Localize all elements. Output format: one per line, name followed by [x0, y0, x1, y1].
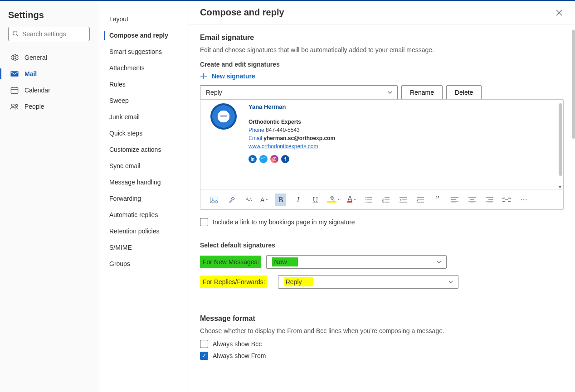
svg-point-0 [13, 31, 17, 35]
replies-forwards-select[interactable]: Reply [278, 275, 458, 289]
twitter-icon[interactable] [259, 155, 268, 163]
subnav-attach[interactable]: Attachments [98, 60, 189, 76]
mail-submenu: LayoutCompose and replySmart suggestions… [98, 1, 189, 392]
subnav-fwd[interactable]: Forwarding [98, 190, 189, 207]
new-messages-select[interactable]: New [266, 255, 447, 269]
outdent-icon[interactable] [398, 194, 409, 206]
subnav-layout[interactable]: Layout [98, 11, 189, 27]
plus-icon [200, 73, 207, 80]
chevron-down-icon [448, 279, 453, 285]
subnav-msgh[interactable]: Message handling [98, 174, 189, 190]
italic-button[interactable]: I [292, 194, 303, 206]
search-icon [12, 30, 19, 37]
align-right-icon[interactable] [484, 194, 495, 206]
signature-editor: Yana Herman Orthodontic Experts Phone 84… [200, 99, 564, 210]
bold-button[interactable]: B [275, 194, 286, 206]
for-new-label: For New Messages: [200, 256, 261, 268]
svg-line-1 [17, 35, 19, 37]
always-show-bcc-label: Always show Bcc [213, 340, 262, 348]
subnav-quick[interactable]: Quick steps [98, 125, 189, 141]
search-input[interactable] [8, 27, 90, 41]
facebook-icon[interactable]: f [281, 155, 289, 163]
create-edit-label: Create and edit signatures [200, 61, 564, 68]
people-icon [10, 103, 19, 110]
svg-point-14 [273, 158, 275, 160]
subnav-junk[interactable]: Junk email [98, 109, 189, 125]
svg-text:3: 3 [382, 201, 384, 203]
svg-point-19 [365, 197, 366, 198]
svg-point-15 [275, 158, 276, 158]
page-title: Compose and reply [200, 7, 284, 18]
subnav-ret[interactable]: Retention policies [98, 223, 189, 239]
subnav-smart[interactable]: Smart suggestions [98, 44, 189, 60]
close-icon[interactable] [554, 8, 564, 18]
delete-button[interactable]: Delete [446, 85, 482, 100]
highlight-button[interactable]: ✎ [327, 194, 341, 206]
linkedin-icon[interactable]: in [249, 155, 257, 163]
scroll-down-icon[interactable]: ▼ [558, 184, 562, 189]
gear-icon [10, 53, 19, 62]
subnav-groups[interactable]: Groups [98, 256, 189, 272]
signature-social-icons: in f [249, 155, 348, 163]
mail-icon [10, 71, 19, 77]
svg-rect-18 [231, 197, 234, 200]
calendar-icon [10, 86, 19, 94]
email-signature-heading: Email signature [200, 34, 564, 42]
subnav-compose[interactable]: Compose and reply [98, 27, 189, 44]
format-painter-icon[interactable] [226, 194, 237, 206]
svg-point-21 [365, 199, 366, 200]
signature-name: Yana Herman [249, 103, 348, 110]
new-messages-value: New [272, 257, 297, 266]
new-signature-button[interactable]: New signature [200, 73, 255, 80]
nav-general[interactable]: General [0, 49, 98, 66]
settings-content: Compose and reply Email signature Edit a… [189, 1, 575, 392]
svg-point-23 [365, 202, 366, 203]
more-options-icon[interactable]: ⋯ [518, 194, 529, 206]
nav-mail[interactable]: Mail [0, 66, 98, 82]
subnav-custom[interactable]: Customize actions [98, 141, 189, 158]
align-left-icon[interactable] [449, 194, 460, 206]
bulleted-list-icon[interactable] [363, 194, 374, 206]
font-family-icon[interactable]: AA [243, 194, 254, 206]
rename-button[interactable]: Rename [401, 85, 443, 100]
subnav-sync[interactable]: Sync email [98, 158, 189, 174]
subnav-smime[interactable]: S/MIME [98, 239, 189, 256]
always-show-from-checkbox[interactable]: ✓ [200, 352, 208, 360]
indent-icon[interactable] [415, 194, 426, 206]
editor-scrollbar[interactable] [559, 103, 562, 176]
for-replies-label: For Replies/Forwards: [200, 276, 267, 288]
email-signature-desc: Edit and choose signatures that will be … [200, 46, 564, 53]
message-format-heading: Message format [200, 315, 564, 323]
signature-url[interactable]: www.orthodonticexperts.com [249, 143, 318, 150]
nav-people[interactable]: People [0, 98, 98, 115]
signature-select[interactable]: Reply [200, 85, 398, 100]
bookings-checkbox[interactable] [200, 218, 208, 226]
svg-rect-2 [10, 71, 18, 77]
signature-editor-body[interactable]: Yana Herman Orthodontic Experts Phone 84… [200, 100, 563, 189]
signature-company: Orthodontic Experts [249, 119, 301, 125]
font-color-button[interactable]: A [347, 194, 357, 206]
chevron-down-icon [387, 90, 393, 95]
editor-toolbar: AA A B I U ✎ A 123 ” ⋯ [200, 189, 563, 209]
instagram-icon[interactable] [270, 155, 278, 163]
numbered-list-icon[interactable]: 123 [380, 194, 391, 206]
content-scrollbar[interactable] [572, 30, 575, 139]
insert-link-icon[interactable] [501, 194, 512, 206]
defaults-heading: Select default signatures [200, 242, 564, 249]
message-format-desc: Choose whether to display the From and B… [200, 327, 564, 334]
signature-logo [210, 103, 237, 130]
underline-button[interactable]: U [310, 194, 321, 206]
font-size-icon[interactable]: A [260, 194, 269, 206]
subnav-auto[interactable]: Automatic replies [98, 207, 189, 223]
subnav-rules[interactable]: Rules [98, 76, 189, 92]
align-center-icon[interactable] [467, 194, 478, 206]
nav-calendar[interactable]: Calendar [0, 82, 98, 98]
settings-title: Settings [0, 7, 98, 27]
signature-select-value: Reply [206, 89, 222, 96]
chevron-down-icon [436, 259, 442, 265]
settings-search [8, 27, 90, 41]
always-show-bcc-checkbox[interactable] [200, 340, 208, 348]
insert-image-icon[interactable] [209, 194, 219, 206]
subnav-sweep[interactable]: Sweep [98, 92, 189, 109]
quote-icon[interactable]: ” [432, 194, 443, 206]
